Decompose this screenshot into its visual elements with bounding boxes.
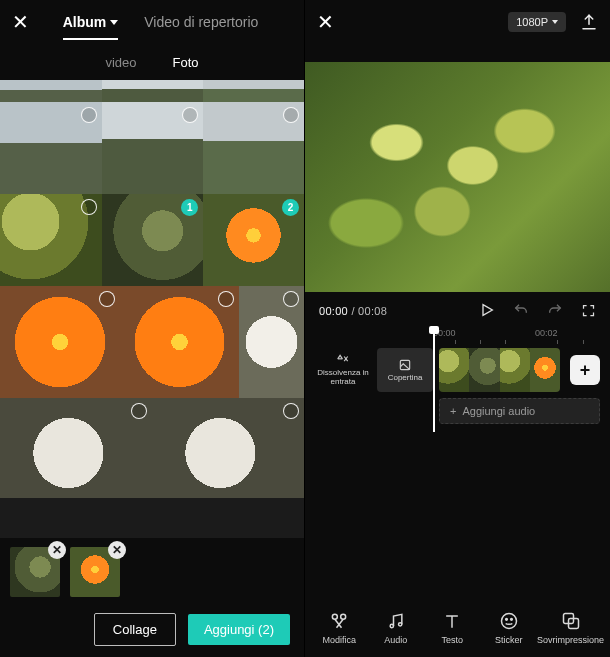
svg-point-6 [501, 614, 516, 629]
redo-icon[interactable] [547, 302, 563, 320]
grid-cell-selected[interactable]: 1 [102, 194, 204, 286]
select-ring-icon [218, 291, 234, 307]
collage-button[interactable]: Collage [94, 613, 176, 646]
plus-icon: + [450, 405, 456, 417]
left-footer: Collage Aggiungi (2) [0, 601, 304, 657]
grid-cell[interactable] [0, 398, 152, 498]
tool-modifica[interactable]: Modifica [311, 611, 368, 645]
header-title-wrap: Album Video di repertorio [29, 14, 292, 30]
select-ring-icon [283, 403, 299, 419]
add-button[interactable]: Aggiungi (2) [188, 614, 290, 645]
remove-thumb-icon[interactable]: ✕ [48, 541, 66, 559]
time-total: 00:08 [358, 305, 387, 317]
album-dropdown[interactable]: Album [63, 14, 119, 30]
selection-badge: 1 [181, 199, 198, 216]
ruler-label: 00:02 [535, 328, 558, 338]
clip-frame [500, 348, 530, 392]
select-ring-icon [81, 107, 97, 123]
tool-audio[interactable]: Audio [368, 611, 425, 645]
tray-thumb[interactable]: ✕ [10, 547, 60, 597]
audio-track-row: + Aggiungi audio [439, 398, 600, 424]
cover-chip[interactable]: Copertina [377, 348, 433, 392]
clip-frame [530, 348, 560, 392]
grid-cell[interactable] [120, 286, 240, 398]
close-icon[interactable]: ✕ [12, 10, 29, 34]
svg-point-5 [398, 623, 401, 626]
tray-thumb[interactable]: ✕ [70, 547, 120, 597]
grid-cell[interactable] [203, 80, 304, 102]
fullscreen-icon[interactable] [581, 303, 596, 320]
tab-video[interactable]: video [105, 55, 136, 70]
video-clip[interactable] [439, 348, 560, 392]
editor-toolbar: Modifica Audio Testo Sticker Sovrimpress… [305, 599, 610, 657]
left-header: ✕ Album Video di repertorio [0, 0, 304, 44]
time-display: 00:00 / 00:08 [319, 305, 387, 317]
grid-cell[interactable] [239, 286, 304, 398]
selection-badge: 2 [282, 199, 299, 216]
add-audio-button[interactable]: + Aggiungi audio [439, 398, 600, 424]
grid-cell[interactable] [0, 286, 120, 398]
tool-testo[interactable]: Testo [424, 611, 481, 645]
timeline-ruler[interactable]: 00:00 00:02 [305, 328, 610, 344]
video-preview[interactable] [305, 62, 610, 292]
album-picker-pane: ✕ Album Video di repertorio video Foto [0, 0, 305, 657]
grid-cell[interactable] [0, 80, 102, 102]
tab-foto[interactable]: Foto [173, 55, 199, 70]
header-right-controls: 1080P [508, 12, 598, 32]
add-audio-label: Aggiungi audio [462, 405, 535, 417]
dissolve-chip[interactable]: Dissolvenza in entrata [315, 348, 371, 392]
grid-cell[interactable] [0, 498, 152, 538]
chevron-down-icon [552, 20, 558, 24]
undo-icon[interactable] [513, 302, 529, 320]
tool-sovrimpressione[interactable]: Sovrimpressione [537, 611, 604, 645]
photo-grid: 1 2 [0, 80, 304, 543]
clip-frame [469, 348, 499, 392]
svg-point-3 [341, 614, 346, 619]
svg-point-7 [505, 619, 507, 621]
tool-label: Sovrimpressione [537, 635, 604, 645]
remove-thumb-icon[interactable]: ✕ [108, 541, 126, 559]
tool-label: Sticker [495, 635, 523, 645]
timeline: Dissolvenza in entrata Copertina + + Agg… [305, 344, 610, 424]
tool-label: Modifica [322, 635, 356, 645]
video-track-row: Dissolvenza in entrata Copertina + [315, 348, 600, 392]
grid-cell[interactable] [203, 102, 304, 194]
grid-cell[interactable] [152, 498, 305, 538]
resolution-dropdown[interactable]: 1080P [508, 12, 566, 32]
select-ring-icon [283, 107, 299, 123]
svg-point-2 [333, 614, 338, 619]
grid-cell[interactable] [0, 194, 102, 286]
album-label: Album [63, 14, 107, 30]
selection-tray: ✕ ✕ [0, 543, 304, 601]
media-tabs: video Foto [0, 44, 304, 80]
cover-label: Copertina [388, 374, 423, 383]
editor-pane: ✕ 1080P 00:00 / 00:08 [305, 0, 610, 657]
grid-cell[interactable] [102, 80, 204, 102]
close-icon[interactable]: ✕ [317, 10, 334, 34]
select-ring-icon [99, 291, 115, 307]
grid-cell[interactable] [152, 398, 305, 498]
tool-sticker[interactable]: Sticker [481, 611, 538, 645]
right-header: ✕ 1080P [305, 0, 610, 44]
export-icon[interactable] [580, 13, 598, 31]
play-icon[interactable] [479, 302, 495, 320]
clip-frame [439, 348, 469, 392]
dissolve-label: Dissolvenza in entrata [315, 369, 371, 387]
playback-controls [479, 302, 596, 320]
chevron-down-icon [110, 20, 118, 25]
grid-cell[interactable] [0, 102, 102, 194]
playback-bar: 00:00 / 00:08 [305, 292, 610, 324]
svg-point-8 [510, 619, 512, 621]
svg-point-4 [390, 624, 393, 627]
select-ring-icon [283, 291, 299, 307]
svg-marker-0 [483, 305, 492, 316]
tool-label: Testo [441, 635, 463, 645]
tool-label: Audio [384, 635, 407, 645]
add-clip-button[interactable]: + [570, 355, 600, 385]
select-ring-icon [131, 403, 147, 419]
stock-video-link[interactable]: Video di repertorio [144, 14, 258, 30]
grid-cell-selected[interactable]: 2 [203, 194, 304, 286]
resolution-label: 1080P [516, 16, 548, 28]
grid-cell[interactable] [102, 102, 204, 194]
select-ring-icon [81, 199, 97, 215]
